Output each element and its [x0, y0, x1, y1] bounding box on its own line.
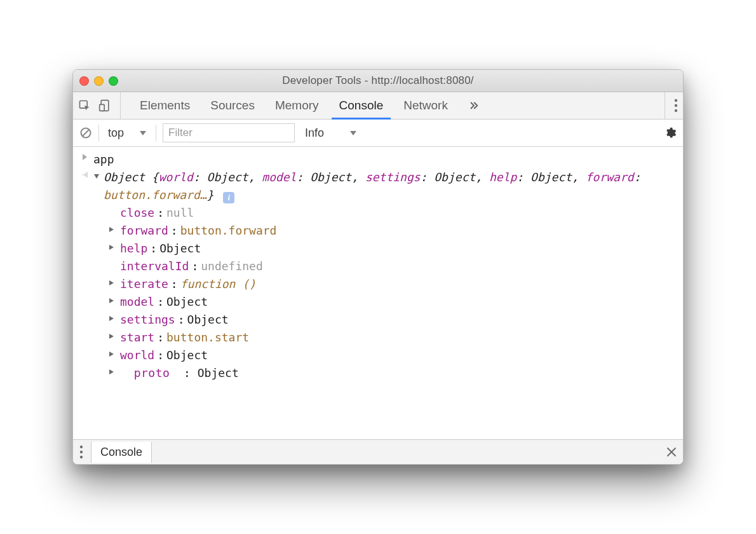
property-value: Object	[187, 311, 229, 329]
property-row: intervalId: undefined	[109, 257, 683, 275]
main-tabstrip: Elements Sources Memory Console Network	[73, 92, 683, 120]
chevron-right-icon	[82, 151, 93, 161]
property-row[interactable]: start: button.start	[109, 329, 683, 346]
svg-point-5	[675, 109, 677, 112]
property-key: world	[120, 346, 154, 364]
property-key: close	[120, 204, 154, 222]
property-key: settings	[120, 311, 175, 329]
property-row[interactable]: world: Object	[109, 346, 683, 364]
tabs-overflow[interactable]	[458, 92, 490, 119]
titlebar: Developer Tools - http://localhost:8080/	[73, 70, 683, 92]
property-row[interactable]: help: Object	[109, 240, 683, 257]
console-toolbar: top Filter Info	[73, 120, 683, 147]
drawer-menu-icon[interactable]	[79, 445, 83, 459]
expand-triangle-icon[interactable]	[109, 369, 114, 375]
property-key: iterate	[120, 275, 168, 293]
device-toolbar-icon[interactable]	[98, 99, 111, 112]
chevron-double-right-icon	[468, 100, 480, 111]
property-row[interactable]: forward: button.forward	[109, 222, 683, 240]
property-value: function ()	[180, 275, 256, 293]
property-row[interactable]: model: Object	[109, 293, 683, 311]
console-input-echo: app	[82, 151, 683, 168]
input-text: app	[93, 151, 683, 168]
drawer-tab-console[interactable]: Console	[91, 442, 152, 463]
svg-point-7	[82, 174, 83, 175]
info-badge-icon[interactable]: i	[223, 192, 234, 203]
object-properties: close: nullforward: button.forwardhelp: …	[93, 204, 683, 364]
property-value: button.forward	[180, 222, 277, 240]
property-value: Object	[166, 346, 208, 364]
svg-point-3	[675, 99, 677, 102]
property-row[interactable]: iterate: function ()	[109, 275, 683, 293]
expand-triangle-icon[interactable]	[109, 298, 114, 304]
expand-triangle-icon[interactable]	[109, 315, 114, 322]
drawer-bar: Console	[73, 439, 683, 464]
property-value: undefined	[201, 257, 263, 275]
expand-triangle-icon[interactable]	[109, 280, 114, 286]
dropdown-caret-icon	[349, 129, 357, 137]
clear-console-icon[interactable]	[79, 127, 92, 139]
svg-point-4	[675, 104, 677, 107]
svg-point-10	[80, 456, 83, 458]
svg-point-9	[80, 451, 83, 453]
property-key: model	[120, 293, 154, 311]
property-key: help	[120, 240, 147, 257]
property-value: Object	[159, 240, 201, 257]
property-key: intervalId	[120, 257, 189, 275]
tab-console[interactable]: Console	[329, 92, 394, 119]
expand-toggle-icon[interactable]	[93, 173, 100, 179]
property-value: button.start	[166, 329, 249, 346]
expand-triangle-icon[interactable]	[109, 244, 114, 250]
inspect-element-icon[interactable]	[78, 99, 91, 112]
property-key: forward	[120, 222, 168, 240]
result-arrow-icon	[82, 168, 93, 179]
context-value: top	[108, 127, 124, 140]
property-row[interactable]: settings: Object	[109, 311, 683, 329]
tab-sources[interactable]: Sources	[200, 92, 265, 119]
svg-rect-2	[100, 104, 105, 111]
svg-point-8	[80, 446, 83, 448]
log-level-selector[interactable]: Info	[301, 127, 361, 140]
property-value: null	[166, 204, 194, 222]
tab-elements[interactable]: Elements	[130, 92, 200, 119]
object-summary[interactable]: Object {world: Object, model: Object, se…	[104, 168, 683, 204]
panel-tabs: Elements Sources Memory Console Network	[130, 92, 490, 119]
property-row: close: null	[109, 204, 683, 222]
tab-network[interactable]: Network	[393, 92, 458, 119]
filter-input[interactable]: Filter	[163, 123, 295, 142]
context-selector[interactable]: top	[105, 120, 149, 146]
tab-memory[interactable]: Memory	[265, 92, 329, 119]
log-level-value: Info	[305, 127, 324, 140]
console-result[interactable]: Object {world: Object, model: Object, se…	[82, 168, 683, 382]
expand-triangle-icon[interactable]	[109, 226, 114, 233]
close-drawer-icon[interactable]	[666, 447, 677, 457]
expand-triangle-icon[interactable]	[109, 333, 114, 339]
filter-placeholder: Filter	[168, 127, 192, 139]
window-title: Developer Tools - http://localhost:8080/	[73, 74, 683, 87]
expand-triangle-icon[interactable]	[109, 351, 114, 357]
console-settings-icon[interactable]	[664, 127, 677, 139]
proto-row[interactable]: proto : Object	[109, 364, 683, 382]
property-key: start	[120, 329, 154, 346]
dropdown-caret-icon	[139, 129, 147, 137]
kebab-menu-icon[interactable]	[674, 99, 678, 113]
property-value: Object	[166, 293, 208, 311]
console-body: app Object {world: Object, model: Object…	[73, 147, 683, 439]
devtools-window: Developer Tools - http://localhost:8080/…	[72, 69, 684, 465]
